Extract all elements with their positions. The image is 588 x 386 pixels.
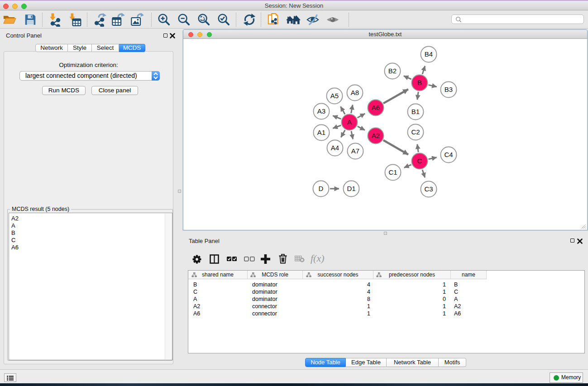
svg-text:A6: A6 <box>372 104 380 111</box>
svg-text:A: A <box>347 118 352 126</box>
svg-text:A2: A2 <box>372 132 380 139</box>
svg-text:A5: A5 <box>330 92 339 100</box>
svg-text:A4: A4 <box>331 144 339 152</box>
svg-text:B: B <box>417 79 422 86</box>
svg-text:B1: B1 <box>411 108 420 115</box>
svg-text:B3: B3 <box>445 86 453 93</box>
svg-text:C4: C4 <box>444 151 453 158</box>
svg-text:D: D <box>319 185 324 192</box>
svg-text:C1: C1 <box>388 168 397 176</box>
svg-text:A1: A1 <box>317 129 325 136</box>
svg-text:B2: B2 <box>388 67 397 75</box>
svg-text:D1: D1 <box>347 185 355 192</box>
svg-text:A3: A3 <box>317 107 325 115</box>
svg-text:A8: A8 <box>351 89 359 96</box>
svg-text:C2: C2 <box>411 128 420 136</box>
svg-text:B4: B4 <box>425 50 433 58</box>
svg-text:C: C <box>417 157 422 165</box>
svg-text:A7: A7 <box>351 147 359 155</box>
svg-text:C3: C3 <box>424 185 433 193</box>
